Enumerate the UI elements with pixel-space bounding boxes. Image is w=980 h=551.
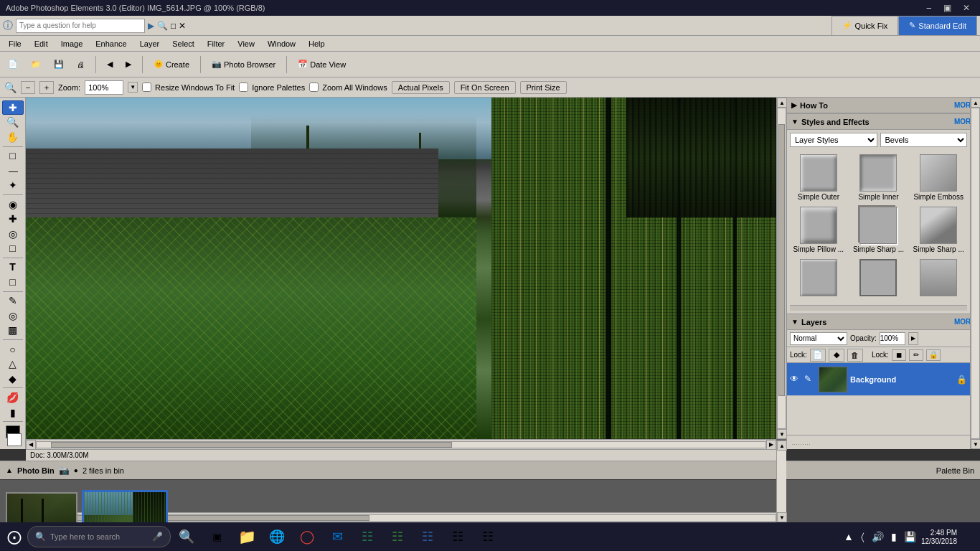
scroll-h-thumb[interactable] [51,442,452,448]
zoom-plus-btn[interactable]: + [39,81,54,94]
search-go-icon[interactable]: ▶ [148,21,154,31]
photo-browser-btn[interactable]: 📷 Photo Browser [207,57,281,72]
zoom-all-checkbox[interactable] [309,83,319,92]
style-row3c[interactable] [910,258,967,299]
restore-btn[interactable]: ▣ [939,3,956,13]
help-search-input[interactable] [16,19,145,33]
scroll-up-btn[interactable]: ▲ [777,98,786,108]
print-size-btn[interactable]: Print Size [520,81,567,94]
dodge-tool[interactable]: △ [2,357,24,371]
menu-help[interactable]: Help [303,38,331,50]
menu-filter[interactable]: Filter [202,38,230,50]
menu-select[interactable]: Select [166,38,200,50]
menu-enhance[interactable]: Enhance [90,38,132,50]
create-btn[interactable]: 🌞 Create [149,57,194,72]
menu-file[interactable]: File [3,38,27,50]
crop-tool[interactable]: □ [2,275,24,289]
paint-bucket-tool[interactable]: ◎ [2,309,24,323]
taskbar-edge-icon[interactable]: 🌐 [263,523,291,550]
scroll-right-btn[interactable]: ▶ [766,440,776,450]
style-simple-pillow[interactable]: Simple Pillow ... [790,205,847,255]
menu-view[interactable]: View [232,38,260,50]
browser-back-btn[interactable]: ◀ [102,57,118,72]
new-file-btn[interactable]: 📄 [3,57,23,72]
blend-mode-select[interactable]: Normal Multiply Screen [790,332,847,345]
brush-tool[interactable]: ✎ [2,293,24,308]
open-file-btn[interactable]: 📁 [26,57,46,72]
taskbar-word-icon[interactable]: ☷ [413,523,442,550]
sharpen-tool[interactable]: ◆ [2,372,24,386]
style-simple-sharp2[interactable]: Simple Sharp ... [910,205,967,255]
opacity-arrow-btn[interactable]: ▶ [908,332,918,345]
layers-collapse-btn[interactable]: ▼ [791,318,798,326]
move-tool[interactable]: ✚ [2,100,24,115]
ignore-palettes-checkbox[interactable] [239,83,248,92]
quick-fix-btn[interactable]: ⚡ Quick Fix [831,16,899,36]
gradient-tool[interactable]: ▩ [2,324,24,338]
styles-collapse-btn[interactable]: ▼ [791,118,798,126]
style-simple-sharp1[interactable]: Simple Sharp ... [850,205,908,255]
standard-edit-btn[interactable]: ✎ Standard Edit [898,16,977,36]
scroll-v-thumb[interactable] [778,124,785,396]
eyedropper-tool[interactable]: 💋 [2,390,24,405]
zoom-all-label[interactable]: Zoom All Windows [309,83,387,92]
close-panel-btn[interactable]: ✕ [179,21,186,31]
ignore-palettes-label[interactable]: Ignore Palettes [239,83,305,92]
style-row3a[interactable] [790,258,847,299]
close-btn[interactable]: ✕ [958,3,974,13]
microphone-icon[interactable]: 🎤 [152,532,163,542]
browser-forward-btn[interactable]: ▶ [121,57,136,72]
lock-transparent-btn[interactable]: ◼ [892,349,906,361]
panel-scroll-down-btn[interactable]: ▼ [971,439,980,449]
resize-windows-checkbox[interactable] [142,83,151,92]
taskbar-explorer-icon[interactable]: 📁 [232,523,261,550]
scroll-left-btn[interactable]: ◀ [26,440,36,450]
taskbar-outlook-icon[interactable]: ✉ [323,523,352,550]
style-simple-inner[interactable]: Simple Inner [850,153,908,202]
delete-layer-btn[interactable]: 🗑 [847,349,863,362]
date-view-btn[interactable]: 📅 Date View [293,57,351,72]
notification-btn[interactable] [960,523,974,550]
lock-pixels-btn[interactable]: ✏ [909,349,923,361]
tray-expand-btn[interactable]: ▲ [842,531,856,542]
resize-handle[interactable] [790,305,967,311]
taskbar-search-icon[interactable]: 🔍 [172,523,201,550]
style-simple-emboss[interactable]: Simple Emboss [910,153,967,202]
eraser-tool[interactable]: □ [2,241,24,255]
resize-windows-label[interactable]: Resize Windows To Fit [142,83,235,92]
taskbar-taskview-icon[interactable]: ▣ [202,523,231,550]
selection-tool[interactable]: □ [2,149,24,163]
shape-tool[interactable]: ▮ [2,405,24,420]
start-button[interactable]: ⨀ [3,528,26,545]
heal-tool[interactable]: ✚ [2,212,24,226]
zoom-dropdown-arrow[interactable]: ▼ [128,82,138,93]
zoom-tool[interactable]: 🔍 [2,116,24,130]
menu-edit[interactable]: Edit [29,38,54,50]
zoom-input[interactable] [85,80,123,95]
adjustment-layer-btn[interactable]: ◆ [829,349,844,362]
taskbar-chrome-icon[interactable]: ◯ [293,523,321,550]
tray-network-icon[interactable]: 〈 [859,531,867,543]
restore-panel-btn[interactable]: □ [171,21,176,31]
fit-on-screen-btn[interactable]: Fit On Screen [454,81,516,94]
help-icon[interactable]: ⓘ [3,19,13,32]
lock-all-btn[interactable]: 🔒 [926,349,941,361]
menu-image[interactable]: Image [55,38,89,50]
tray-battery-icon[interactable]: ▮ [889,531,899,542]
zoom-minus-btn[interactable]: − [21,81,35,94]
taskbar-clock[interactable]: 2:48 PM 12/30/2018 [921,529,957,545]
search-bar[interactable]: 🔍 Type here to search 🎤 [27,526,171,547]
blur-tool[interactable]: ○ [2,342,24,357]
save-file-btn[interactable]: 💾 [49,57,69,72]
taskbar-project-icon[interactable]: ☷ [383,523,412,550]
hand-tool[interactable]: ✋ [2,130,24,144]
menu-layer[interactable]: Layer [134,38,166,50]
expand-filmstrip-btn[interactable]: ▲ [6,466,13,474]
taskbar-app1-icon[interactable]: ☷ [443,523,472,550]
style-simple-outer[interactable]: Simple Outer [790,153,847,202]
style-row3b[interactable] [850,258,908,299]
text-tool[interactable]: T [2,260,24,275]
scroll-down-btn[interactable]: ▼ [777,429,786,439]
tray-volume-icon[interactable]: 🔊 [870,531,886,542]
clone-tool[interactable]: ◎ [2,227,24,241]
